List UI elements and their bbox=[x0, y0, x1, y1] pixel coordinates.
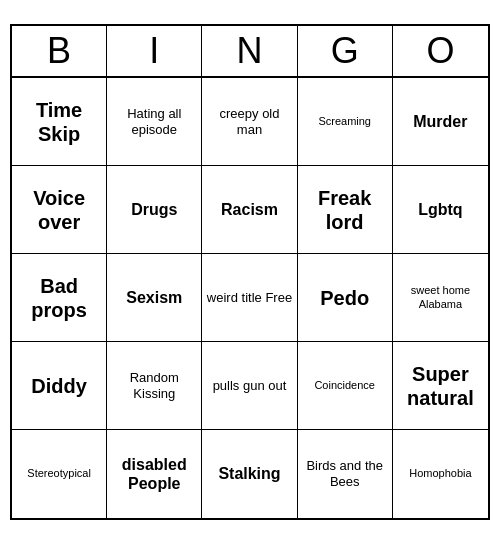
bingo-cell-13: Pedo bbox=[298, 254, 393, 342]
bingo-cell-9: Lgbtq bbox=[393, 166, 488, 254]
bingo-letter-i: I bbox=[107, 26, 202, 76]
bingo-grid: Time SkipHating all episodecreepy old ma… bbox=[12, 78, 488, 518]
bingo-cell-0: Time Skip bbox=[12, 78, 107, 166]
bingo-cell-19: Super natural bbox=[393, 342, 488, 430]
bingo-cell-16: Random Kissing bbox=[107, 342, 202, 430]
bingo-cell-21: disabled People bbox=[107, 430, 202, 518]
bingo-cell-18: Coincidence bbox=[298, 342, 393, 430]
bingo-cell-14: sweet home Alabama bbox=[393, 254, 488, 342]
bingo-cell-3: Screaming bbox=[298, 78, 393, 166]
bingo-cell-22: Stalking bbox=[202, 430, 297, 518]
bingo-cell-11: Sexism bbox=[107, 254, 202, 342]
bingo-letter-g: G bbox=[298, 26, 393, 76]
bingo-letter-n: N bbox=[202, 26, 297, 76]
bingo-cell-17: pulls gun out bbox=[202, 342, 297, 430]
bingo-cell-24: Homophobia bbox=[393, 430, 488, 518]
bingo-cell-2: creepy old man bbox=[202, 78, 297, 166]
bingo-cell-4: Murder bbox=[393, 78, 488, 166]
bingo-card: BINGO Time SkipHating all episodecreepy … bbox=[10, 24, 490, 520]
bingo-cell-23: Birds and the Bees bbox=[298, 430, 393, 518]
bingo-cell-20: Stereotypical bbox=[12, 430, 107, 518]
bingo-cell-8: Freak lord bbox=[298, 166, 393, 254]
bingo-cell-7: Racism bbox=[202, 166, 297, 254]
bingo-cell-10: Bad props bbox=[12, 254, 107, 342]
bingo-cell-12: weird title Free bbox=[202, 254, 297, 342]
bingo-letter-o: O bbox=[393, 26, 488, 76]
bingo-cell-5: Voice over bbox=[12, 166, 107, 254]
bingo-letter-b: B bbox=[12, 26, 107, 76]
bingo-cell-1: Hating all episode bbox=[107, 78, 202, 166]
bingo-header: BINGO bbox=[12, 26, 488, 78]
bingo-cell-15: Diddy bbox=[12, 342, 107, 430]
bingo-cell-6: Drugs bbox=[107, 166, 202, 254]
